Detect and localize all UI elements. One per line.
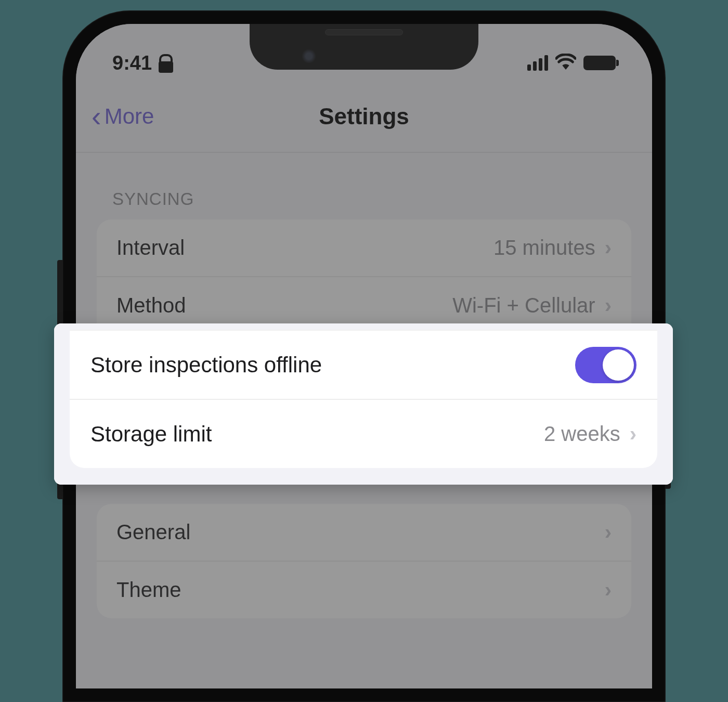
general-right: › [605, 521, 612, 544]
notch [250, 24, 478, 70]
hw-storage-limit-label: Storage limit [90, 422, 212, 447]
chevron-right-icon: › [605, 521, 612, 544]
chevron-left-icon: ‹ [92, 102, 101, 131]
chevron-right-icon: › [605, 294, 612, 317]
hw-store-offline-row: Store inspections offline [70, 331, 657, 399]
status-left: 9:41 [112, 52, 175, 74]
status-time: 9:41 [112, 52, 152, 74]
lock-icon [157, 53, 175, 73]
hw-store-offline-toggle[interactable] [575, 347, 636, 383]
cellular-signal-icon [527, 55, 548, 71]
speaker [325, 29, 403, 35]
chevron-right-icon: › [605, 578, 612, 602]
highlight-window: Store inspections offline Storage limit … [54, 323, 673, 485]
syncing-section-header: SYNCING [97, 153, 631, 219]
interval-value: 15 minutes [493, 236, 595, 259]
front-camera [302, 49, 316, 63]
chevron-right-icon: › [605, 236, 612, 259]
theme-label: Theme [116, 578, 181, 602]
general-row[interactable]: General › [97, 504, 631, 561]
chevron-right-icon: › [630, 422, 636, 446]
back-label: More [105, 104, 154, 129]
hw-storage-limit-right: 2 weeks › [544, 422, 636, 446]
theme-row[interactable]: Theme › [97, 561, 631, 618]
wifi-icon [555, 54, 576, 72]
method-right: Wi-Fi + Cellular › [452, 294, 612, 317]
general-label: General [116, 521, 190, 544]
theme-right: › [605, 578, 612, 602]
battery-icon [583, 56, 616, 70]
hw-store-offline-label: Store inspections offline [90, 353, 322, 378]
nav-bar: ‹ More Settings [76, 86, 652, 153]
status-right [527, 54, 616, 72]
page-title: Settings [319, 103, 409, 129]
hw-storage-limit-value: 2 weeks [544, 422, 620, 446]
method-label: Method [116, 294, 186, 317]
hw-storage-limit-row[interactable]: Storage limit 2 weeks › [70, 399, 657, 468]
general-card: General › Theme › [97, 504, 631, 618]
interval-row[interactable]: Interval 15 minutes › [97, 219, 631, 276]
interval-right: 15 minutes › [493, 236, 612, 259]
interval-label: Interval [116, 236, 185, 259]
back-button[interactable]: ‹ More [92, 102, 154, 131]
method-value: Wi-Fi + Cellular [452, 294, 595, 317]
